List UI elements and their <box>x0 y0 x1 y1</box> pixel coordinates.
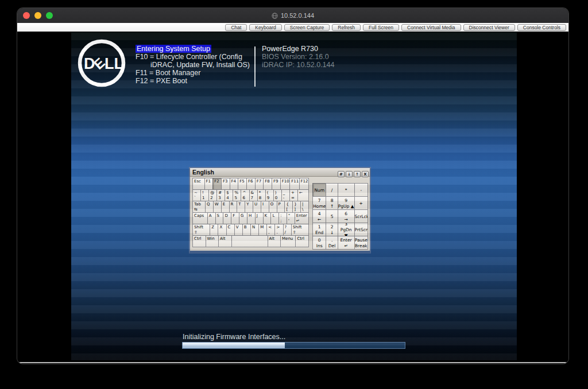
keyboard-key[interactable]: - <box>354 183 368 197</box>
keyboard-key[interactable]: F2 <box>212 178 222 190</box>
keyboard-key[interactable]: 0Ins <box>312 236 326 250</box>
keyboard-key[interactable]: / <box>326 183 338 197</box>
keyboard-key[interactable]: (9 <box>265 189 274 201</box>
keyboard-key[interactable]: F1 <box>204 178 214 190</box>
keyboard-key[interactable]: #3 <box>216 189 225 201</box>
keyboard-key[interactable]: 5 <box>326 209 338 223</box>
keyboard-key[interactable]: + <box>354 196 368 210</box>
keyboard-key[interactable]: F4 <box>230 178 239 190</box>
keyboard-key[interactable]: += <box>289 189 298 201</box>
keyboard-key[interactable] <box>231 235 268 247</box>
keyboard-key[interactable]: "' <box>287 212 295 224</box>
keyboard-key[interactable]: E <box>221 201 230 213</box>
keyboard-key[interactable]: Enter↵ <box>295 212 309 224</box>
keyboard-key[interactable]: D <box>223 212 231 224</box>
keyboard-key[interactable]: 3PgDn ▼ <box>338 223 355 236</box>
keyboard-key[interactable]: Y <box>245 201 253 213</box>
keyboard-key[interactable]: Esc <box>192 178 205 190</box>
chat-button[interactable]: Chat <box>225 24 247 31</box>
keyboard-key[interactable]: ?/ <box>283 224 292 236</box>
keyboard-key[interactable]: M <box>258 224 267 236</box>
keyboard-key[interactable]: A <box>207 212 216 224</box>
keyboard-key[interactable]: {[ <box>284 201 293 213</box>
keyboard-key[interactable]: G <box>239 212 247 224</box>
pin-button[interactable]: # <box>338 171 345 177</box>
keyboard-key[interactable]: 4← <box>312 209 326 223</box>
keyboard-key[interactable]: X <box>218 224 226 236</box>
keyboard-key[interactable]: Ctrl <box>192 235 206 247</box>
connect-virtual-media-button[interactable]: Connect Virtual Media <box>401 24 461 31</box>
close-button[interactable]: X <box>362 171 369 177</box>
keyboard-key[interactable]: U <box>253 201 261 213</box>
keyboard-key[interactable]: P <box>277 201 285 213</box>
keyboard-key[interactable]: _- <box>281 189 290 201</box>
keyboard-key[interactable]: T <box>237 201 245 213</box>
keyboard-key[interactable]: F6 <box>246 178 256 190</box>
keyboard-key[interactable]: F7 <box>255 178 264 190</box>
keyboard-key[interactable]: !1 <box>200 189 209 201</box>
keyboard-key[interactable]: ~` <box>192 189 201 201</box>
keyboard-button[interactable]: Keyboard <box>249 24 281 31</box>
keyboard-key[interactable]: J <box>255 212 264 224</box>
keyboard-key[interactable]: >. <box>274 224 283 236</box>
keyboard-key[interactable]: F10 <box>280 178 290 190</box>
minimize-button[interactable]: ↓ <box>346 171 353 177</box>
keyboard-key[interactable]: F8 <box>263 178 272 190</box>
disconnect-viewer-button[interactable]: Disconnect Viewer <box>463 24 515 31</box>
keyboard-key[interactable]: PrtScn <box>354 223 368 236</box>
keyboard-key[interactable]: 1End <box>312 223 326 236</box>
keyboard-key[interactable]: Shift⇧ <box>192 224 210 236</box>
keyboard-key[interactable]: 6→ <box>338 209 355 223</box>
keyboard-key[interactable]: :; <box>278 212 287 224</box>
keyboard-key[interactable]: <, <box>266 224 275 236</box>
keyboard-key[interactable]: O <box>269 201 277 213</box>
keyboard-key[interactable]: ScrLck <box>354 209 368 223</box>
keyboard-key[interactable]: * <box>338 183 355 197</box>
keyboard-key[interactable]: Caps <box>192 212 208 224</box>
screen-capture-button[interactable]: Screen Capture <box>284 24 330 31</box>
keyboard-key[interactable]: PauseBreak <box>354 236 368 250</box>
keyboard-key[interactable]: 2↓ <box>326 223 338 236</box>
keyboard-key[interactable]: Shift⇧ <box>291 224 309 236</box>
console-controls-button[interactable]: Console Controls <box>517 24 566 31</box>
keyboard-key[interactable]: $4 <box>225 189 233 201</box>
keyboard-key[interactable]: ^6 <box>241 189 249 201</box>
keyboard-key[interactable]: K <box>263 212 272 224</box>
keyboard-key[interactable]: *8 <box>257 189 266 201</box>
keyboard-key[interactable]: F5 <box>238 178 247 190</box>
keyboard-key[interactable]: Alt <box>218 235 232 247</box>
keyboard-key[interactable]: Menu <box>280 235 296 247</box>
keyboard-titlebar[interactable]: English #↓↑X <box>190 168 370 177</box>
keyboard-key[interactable]: C <box>226 224 235 236</box>
keyboard-key[interactable]: Tab⇆ <box>192 201 206 213</box>
keyboard-key[interactable]: ← <box>297 189 309 201</box>
keyboard-key[interactable]: Enter↵ <box>338 236 355 250</box>
keyboard-key[interactable]: Win <box>206 235 219 247</box>
keyboard-key[interactable]: Alt <box>268 235 281 247</box>
keyboard-key[interactable]: 7Home <box>312 196 326 210</box>
window-titlebar[interactable]: 10.52.0.144 <box>17 8 568 23</box>
keyboard-key[interactable]: %5 <box>233 189 241 201</box>
keyboard-key[interactable]: S <box>215 212 224 224</box>
keyboard-key[interactable]: Z <box>210 224 218 236</box>
keyboard-key[interactable]: F12 <box>299 178 309 190</box>
keyboard-key[interactable]: I <box>261 201 269 213</box>
keyboard-key[interactable]: R <box>229 201 238 213</box>
keyboard-key[interactable]: H <box>247 212 256 224</box>
keyboard-key[interactable]: N <box>250 224 259 236</box>
refresh-button[interactable]: Refresh <box>332 24 361 31</box>
maximize-button[interactable]: ↑ <box>354 171 361 177</box>
keyboard-key[interactable]: |\ <box>300 201 309 213</box>
full-screen-button[interactable]: Full Screen <box>363 24 399 31</box>
keyboard-key[interactable]: F3 <box>221 178 230 190</box>
keyboard-key[interactable]: 9PgUp ▲ <box>338 196 355 210</box>
keyboard-key[interactable]: &7 <box>249 189 258 201</box>
keyboard-key[interactable]: .Del <box>326 236 338 250</box>
keyboard-key[interactable]: )0 <box>273 189 282 201</box>
keyboard-key[interactable]: Num <box>312 183 326 197</box>
keyboard-key[interactable]: F11 <box>289 178 299 190</box>
keyboard-key[interactable]: B <box>242 224 251 236</box>
keyboard-key[interactable]: }] <box>292 201 301 213</box>
keyboard-key[interactable]: V <box>234 224 243 236</box>
keyboard-key[interactable]: @2 <box>208 189 217 201</box>
